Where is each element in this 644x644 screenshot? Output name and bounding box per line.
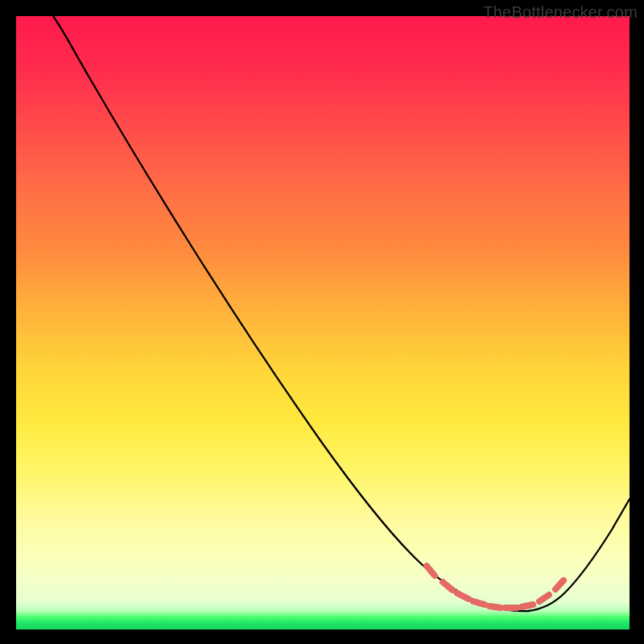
chart-svg: [16, 16, 630, 630]
svg-line-0: [427, 566, 435, 576]
bottleneck-curve: [53, 16, 630, 611]
svg-line-1: [443, 582, 452, 590]
svg-line-8: [555, 580, 564, 589]
svg-line-2: [457, 593, 469, 599]
optimum-markers: [427, 566, 564, 608]
svg-line-4: [489, 606, 501, 608]
svg-line-6: [522, 605, 533, 607]
svg-line-3: [473, 601, 485, 605]
chart-frame: TheBottlenecker.com: [0, 0, 644, 644]
svg-line-7: [539, 595, 549, 601]
watermark-text: TheBottlenecker.com: [483, 3, 638, 22]
